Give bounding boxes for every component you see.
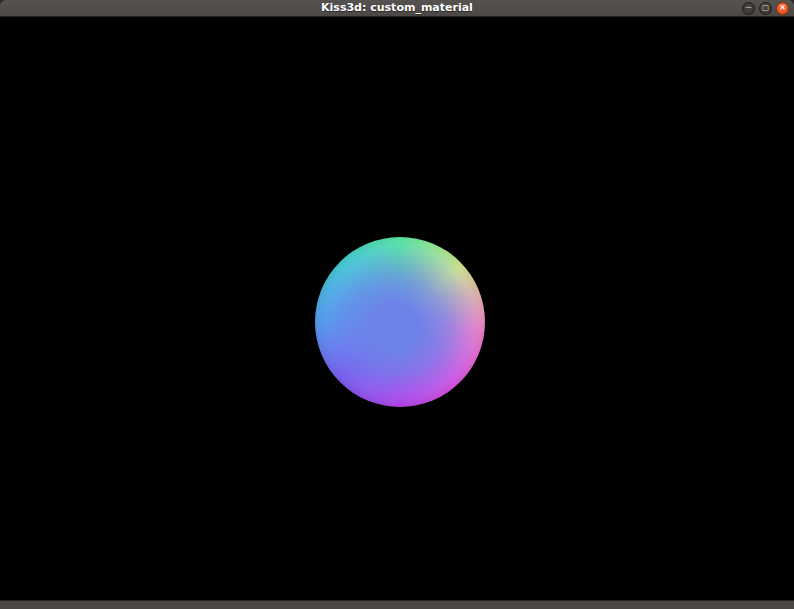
minimize-button[interactable]: ─ xyxy=(742,2,755,15)
close-button[interactable]: ✕ xyxy=(776,2,789,15)
titlebar[interactable]: Kiss3d: custom_material ─ ▢ ✕ xyxy=(0,0,794,17)
app-window: Kiss3d: custom_material ─ ▢ ✕ xyxy=(0,0,794,609)
render-viewport[interactable] xyxy=(0,17,794,600)
close-icon: ✕ xyxy=(779,4,786,12)
window-bottom-frame xyxy=(0,600,794,609)
window-title: Kiss3d: custom_material xyxy=(321,0,473,16)
normal-mapped-sphere xyxy=(315,237,485,407)
window-controls: ─ ▢ ✕ xyxy=(742,0,789,16)
minimize-icon: ─ xyxy=(746,4,752,12)
maximize-icon: ▢ xyxy=(762,4,770,12)
maximize-button[interactable]: ▢ xyxy=(759,2,772,15)
